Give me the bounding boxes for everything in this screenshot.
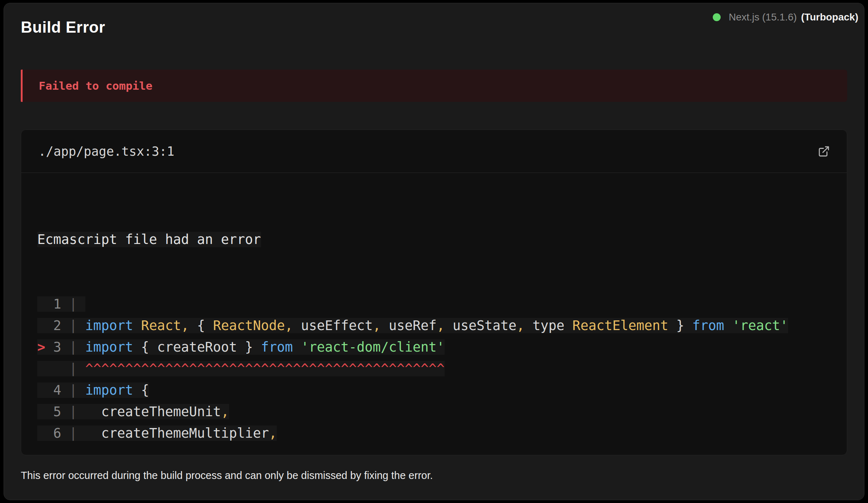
error-heading: Ecmascript file had an error — [37, 229, 831, 250]
failed-to-compile-banner: Failed to compile — [21, 70, 847, 102]
version-label: Next.js (15.1.6) — [729, 11, 797, 23]
status-dot-icon — [713, 13, 721, 21]
code-line-1: 1 | — [37, 293, 831, 315]
footer-note: This error occurred during the build pro… — [21, 469, 847, 482]
codeframe: ./app/page.tsx:3:1 Ecmascript file had a… — [21, 130, 847, 455]
codeframe-header: ./app/page.tsx:3:1 — [21, 130, 847, 173]
footer-text: This error occurred during the build pro… — [21, 470, 433, 481]
code-line-5: 5 | createThemeUnit, — [37, 401, 831, 423]
code-lines: 1 | 2 | import React, { ReactNode, useEf… — [37, 293, 831, 444]
nextjs-version-indicator[interactable]: Next.js (15.1.6) (Turbopack) — [713, 11, 858, 23]
file-path[interactable]: ./app/page.tsx:3:1 — [38, 144, 174, 159]
open-in-editor-button[interactable] — [817, 144, 831, 159]
code-line-3: > 3 | import { createRoot } from 'react-… — [37, 337, 831, 358]
page-title: Build Error — [21, 18, 105, 36]
build-error-overlay: Next.js (15.1.6) (Turbopack) Build Error… — [4, 3, 864, 500]
codeframe-body: Ecmascript file had an error 1 | 2 | imp… — [21, 173, 847, 455]
code-line-6: 6 | createThemeMultiplier, — [37, 423, 831, 444]
code-line-caret: | ^^^^^^^^^^^^^^^^^^^^^^^^^^^^^^^^^^^^^^… — [37, 358, 831, 380]
banner-text: Failed to compile — [39, 79, 152, 92]
code-line-2: 2 | import React, { ReactNode, useEffect… — [37, 315, 831, 337]
external-link-icon — [818, 145, 830, 158]
turbopack-label: (Turbopack) — [801, 11, 858, 23]
code-line-4: 4 | import { — [37, 380, 831, 401]
